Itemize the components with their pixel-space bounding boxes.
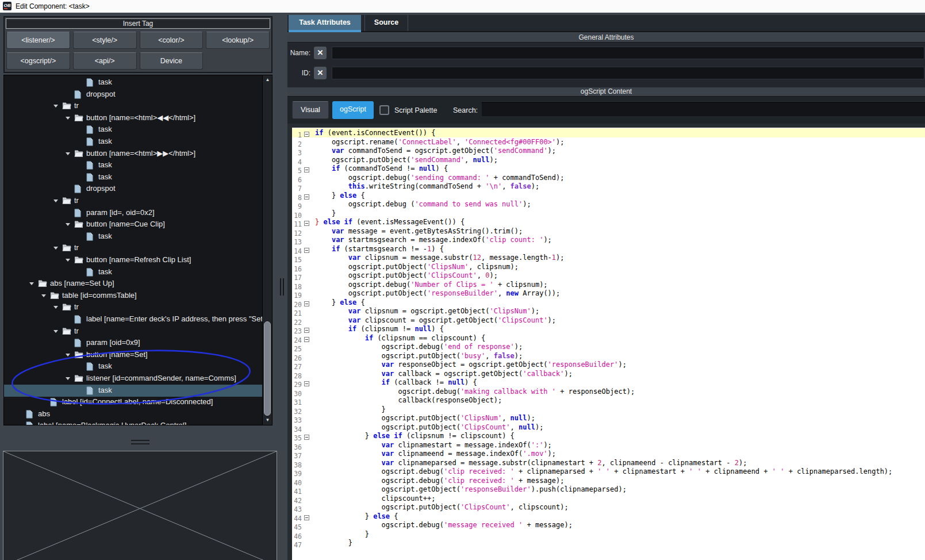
tree-item[interactable]: tr bbox=[4, 325, 262, 337]
tree-item-label: task bbox=[98, 160, 112, 169]
expand-arrow-icon[interactable] bbox=[53, 200, 58, 202]
expand-arrow-icon[interactable] bbox=[66, 223, 70, 226]
fold-marker[interactable] bbox=[304, 301, 309, 306]
tree-item[interactable]: tr bbox=[4, 100, 262, 112]
tree-item[interactable]: task bbox=[4, 231, 262, 243]
code-line: var callback = ogscript.getObject('callb… bbox=[315, 370, 573, 379]
tree-item[interactable]: button [name=Cue Clip] bbox=[4, 218, 262, 231]
code-editor[interactable]: 1234567891011121314151617181920212223242… bbox=[287, 124, 925, 560]
insert-tag-button[interactable]: Device bbox=[140, 52, 204, 70]
scroll-up-icon[interactable]: ▲ bbox=[263, 75, 272, 85]
insert-tag-button[interactable]: <listener/> bbox=[6, 32, 70, 49]
tree-item[interactable]: button [name=Set] bbox=[4, 349, 262, 361]
expand-arrow-icon[interactable] bbox=[66, 259, 70, 262]
expand-arrow-icon[interactable] bbox=[66, 152, 70, 155]
fold-marker[interactable] bbox=[304, 337, 309, 342]
tree-item[interactable]: label [name=Enter deck's IP address, the… bbox=[4, 313, 262, 325]
vertical-splitter-handle[interactable] bbox=[283, 278, 284, 296]
expand-arrow-icon[interactable] bbox=[66, 354, 70, 356]
fold-marker[interactable] bbox=[304, 515, 309, 520]
tree-item[interactable]: task bbox=[4, 360, 262, 373]
tree-item-label: task bbox=[98, 137, 112, 145]
document-icon bbox=[86, 125, 93, 136]
tree-item[interactable]: task bbox=[4, 385, 262, 397]
visual-view-button[interactable]: Visual bbox=[292, 101, 329, 119]
fold-marker[interactable] bbox=[304, 328, 309, 333]
tree-item[interactable]: listener [id=commandSender, name=Comms] bbox=[4, 373, 262, 385]
tree-item[interactable]: task bbox=[4, 76, 262, 89]
tree-item-label: button [name=Set] bbox=[86, 350, 148, 359]
folder-icon bbox=[38, 279, 47, 289]
expand-arrow-icon[interactable] bbox=[41, 294, 46, 297]
tab-task-attributes[interactable]: Task Attributes bbox=[289, 15, 361, 32]
fold-marker[interactable] bbox=[304, 132, 309, 137]
tree-item-label: button [name=Refresh Clip List] bbox=[86, 255, 191, 264]
tree-item[interactable]: dropspot bbox=[4, 183, 262, 195]
tree-item[interactable]: tr bbox=[4, 242, 262, 254]
script-palette-checkbox[interactable] bbox=[379, 105, 389, 115]
tree-item[interactable]: param [id=, oid=0x2] bbox=[4, 207, 262, 219]
insert-tag-button[interactable]: <color/> bbox=[140, 32, 204, 49]
insert-tag-button[interactable]: <style/> bbox=[73, 32, 137, 49]
fold-marker[interactable] bbox=[304, 167, 309, 172]
vertical-splitter[interactable] bbox=[280, 278, 281, 296]
expand-arrow-icon[interactable] bbox=[53, 330, 58, 333]
code-line: ogscript.debug('clip received: ' + messa… bbox=[315, 477, 565, 486]
tree-item[interactable]: task bbox=[4, 124, 262, 136]
tree-item[interactable]: tr bbox=[4, 195, 262, 207]
code-line: callback(responseObject); bbox=[315, 396, 502, 405]
fold-marker[interactable] bbox=[304, 435, 309, 440]
tree-item-label: dropspot bbox=[86, 90, 116, 98]
expand-arrow-icon[interactable] bbox=[53, 247, 58, 250]
tree-item[interactable]: task bbox=[4, 266, 262, 278]
tree-item[interactable]: task bbox=[4, 136, 262, 148]
code-line: ogscript.debug('making callback with ' +… bbox=[315, 388, 635, 397]
tree-item[interactable]: task bbox=[4, 171, 262, 183]
code-line: if (event.isConnectEvent()) { bbox=[315, 129, 436, 138]
search-input[interactable] bbox=[482, 102, 925, 116]
tree-scrollbar[interactable]: ▲ ▼ bbox=[262, 75, 272, 425]
expand-arrow-icon[interactable] bbox=[66, 117, 70, 120]
scroll-down-icon[interactable]: ▼ bbox=[263, 416, 272, 425]
tree-item[interactable]: button [name=<html>◀◀</html>] bbox=[4, 112, 262, 124]
expand-arrow-icon[interactable] bbox=[66, 377, 70, 380]
fold-marker[interactable] bbox=[304, 248, 309, 253]
fold-marker[interactable] bbox=[304, 194, 309, 200]
expand-arrow-icon[interactable] bbox=[53, 306, 58, 309]
tree-item[interactable]: abs [name=Set Up] bbox=[4, 278, 262, 290]
insert-tag-button[interactable]: <ogscript/> bbox=[6, 52, 70, 70]
tree-item[interactable]: table [id=commsTable] bbox=[4, 290, 262, 302]
code-line: } else { bbox=[315, 298, 365, 308]
name-input[interactable] bbox=[332, 47, 924, 59]
fold-marker[interactable] bbox=[304, 381, 309, 386]
ogscript-view-button[interactable]: ogScript bbox=[332, 101, 374, 119]
insert-tag-button[interactable]: <lookup/> bbox=[206, 32, 270, 49]
tree-item[interactable]: label [name=Blackmagic HyperDeck Control… bbox=[4, 420, 262, 425]
id-input[interactable] bbox=[332, 67, 924, 79]
tree-item[interactable]: param [oid=0x9] bbox=[4, 337, 262, 349]
script-palette-label: Script Palette bbox=[394, 97, 437, 124]
expand-arrow-icon[interactable] bbox=[29, 282, 34, 285]
tree-item[interactable]: button [name=Refresh Clip List] bbox=[4, 254, 262, 266]
tree-item[interactable]: label [id=ConnectLabel, name=Disconnecte… bbox=[4, 396, 262, 408]
attributes-tab-bar: Task Attributes Source bbox=[287, 15, 925, 32]
folder-icon bbox=[74, 351, 83, 360]
component-tree[interactable]: taskdropspottrbutton [name=<html>◀◀</htm… bbox=[3, 75, 272, 425]
tab-source[interactable]: Source bbox=[364, 15, 408, 31]
fold-marker[interactable] bbox=[304, 221, 309, 226]
tree-item[interactable]: dropspot bbox=[4, 89, 262, 101]
code-line: ogscript.debug('end of response'); bbox=[315, 343, 523, 352]
clear-name-button[interactable]: ✕ bbox=[313, 46, 327, 60]
tree-item-label: task bbox=[98, 267, 112, 276]
tree-item[interactable]: abs bbox=[4, 408, 262, 420]
tree-item[interactable]: task bbox=[4, 159, 262, 171]
scrollbar-thumb[interactable] bbox=[264, 321, 271, 416]
tree-item[interactable]: tr bbox=[4, 301, 262, 313]
app-window: OB Edit Component: <task> Insert Tag <li… bbox=[0, 0, 925, 560]
clear-id-button[interactable]: ✕ bbox=[313, 66, 327, 80]
insert-tag-button[interactable]: <api/> bbox=[73, 52, 137, 70]
horizontal-splitter[interactable] bbox=[131, 440, 149, 444]
document-icon bbox=[86, 78, 93, 89]
expand-arrow-icon[interactable] bbox=[53, 105, 58, 108]
tree-item[interactable]: button [name=<html>▶▶</html>] bbox=[4, 148, 262, 160]
